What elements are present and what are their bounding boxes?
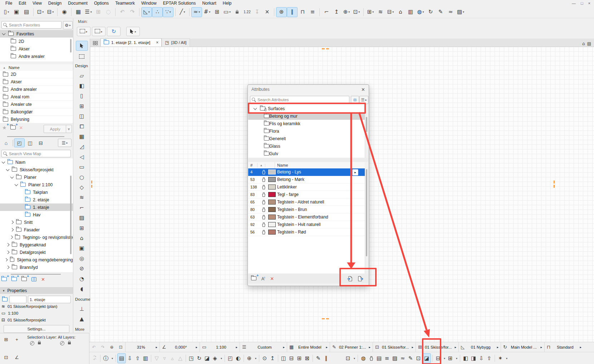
list-item-andre-arealer[interactable]: Andre arealer <box>0 86 73 93</box>
spline-tool-button[interactable]: ≈ <box>446 8 456 17</box>
tab-3d-all[interactable]: ◳[3D / All] <box>162 38 190 46</box>
close-icon[interactable]: × <box>588 1 590 5</box>
wall-tool-button[interactable]: ▱ <box>73 72 90 80</box>
search-view-map-input[interactable] <box>1 150 71 157</box>
line-types-button[interactable]: ≡ <box>383 354 391 363</box>
perspective-button[interactable]: ◐ <box>234 354 242 363</box>
chevron-down-icon[interactable]: ▾ <box>253 354 257 363</box>
attribute-row-betong-lys[interactable]: 4Betong - Lys▸ <box>248 168 365 176</box>
attribute-row-teglstein-hvit-naturell[interactable]: 92Teglstein - Hvit naturell <box>248 221 365 228</box>
dimension-units-button[interactable]: 1.22 <box>242 8 252 17</box>
chevron-right-icon[interactable] <box>6 266 10 269</box>
chevron-down-icon[interactable]: ▾ <box>352 354 356 363</box>
attribute-row-teglstein-brun[interactable]: 80Teglstein - Brun <box>248 206 365 213</box>
grid-element-tool-button[interactable]: ⊞ <box>73 224 90 232</box>
toolbox-section-more[interactable]: More <box>75 327 84 331</box>
view-map-scrollbar[interactable] <box>70 176 72 254</box>
render-settings-button[interactable]: ▨▾ <box>456 8 466 17</box>
grid-settings-icon[interactable]: ⊞ <box>2 335 10 343</box>
story-down-button[interactable]: ⇩ <box>126 354 134 363</box>
favorites-scrollbar[interactable] <box>70 39 72 53</box>
list-item-akser[interactable]: Akser <box>0 78 73 86</box>
attribute-row-lettklinker[interactable]: 138Lettklinker <box>248 183 365 191</box>
tree-item-planer-1-100[interactable]: Planer 1:100 <box>0 181 73 188</box>
tree-scrollbar[interactable] <box>365 105 368 158</box>
show-on-story-button[interactable]: ▤ <box>117 353 126 363</box>
explore-button[interactable]: ↥ <box>269 354 276 363</box>
tree-item-tegnings-og-revisjonsliste[interactable]: Tegnings- og revisjonsliste <box>0 233 73 241</box>
undo-button[interactable]: ↶ <box>117 8 127 17</box>
align-view-button[interactable]: ≡ <box>308 8 318 17</box>
redo-button[interactable]: ↷ <box>127 8 137 17</box>
zone-tool-button[interactable]: ⌂ <box>73 234 90 242</box>
corner-guide-button[interactable]: ⌐ <box>321 8 332 17</box>
table-scrollbar[interactable] <box>365 168 368 274</box>
menu-file[interactable]: File <box>2 0 15 6</box>
arrow-tool-button[interactable] <box>76 41 88 51</box>
delete-view-button[interactable]: ✕ <box>41 277 45 282</box>
copy-picture-button[interactable]: ⊞ <box>93 8 103 17</box>
layout-grid-button[interactable]: ⊞▾ <box>365 8 375 17</box>
layout-book-toggle[interactable]: ◫ <box>25 138 35 147</box>
grid-highlight-button[interactable]: ⊞ <box>446 354 454 363</box>
save-button[interactable]: ▣ <box>11 8 21 17</box>
composite-fill-button[interactable]: ▤ <box>375 354 383 363</box>
tree-item-fasader[interactable]: Fasader <box>0 226 73 233</box>
info-tag-button[interactable]: ⓘ <box>102 354 110 363</box>
menu-options[interactable]: Options <box>91 0 112 6</box>
chevron-down-icon[interactable]: ▾ <box>110 354 114 363</box>
group-elements-button[interactable]: ⊓ <box>298 8 308 17</box>
brush-surface-button[interactable] <box>367 354 375 363</box>
view-frame-button[interactable]: ⊡▾ <box>352 8 362 17</box>
marker-bottom-button[interactable]: ▽ <box>153 354 161 363</box>
attribute-folder-gulv[interactable]: Gulv <box>248 150 365 157</box>
minimize-icon[interactable]: — <box>572 1 576 5</box>
marquee-tool-button[interactable] <box>76 52 87 62</box>
list-item-2d[interactable]: 2D <box>0 71 73 78</box>
stair-tool-button[interactable]: ≋ <box>73 193 90 202</box>
chevron-right-icon[interactable] <box>5 258 8 261</box>
save-view-button[interactable]: ↧ <box>252 8 262 17</box>
curtain-wall-tool-button[interactable]: ⊞ <box>73 102 90 110</box>
story-up-button[interactable]: ⇧ <box>134 354 142 363</box>
marker-up-button[interactable]: ▵ <box>168 354 176 363</box>
favorites-item-andre-arealer[interactable]: Andre arealer <box>0 53 73 60</box>
trace-switch-button[interactable]: ⊟ <box>288 354 295 363</box>
menu-eptar-solutions[interactable]: EPTAR Solutions <box>160 0 199 6</box>
menu-document[interactable]: Document <box>65 0 91 6</box>
favorites-list-header[interactable]: ▲ Name <box>0 64 73 71</box>
magic-lasso-button[interactable]: ◌ <box>103 8 113 17</box>
pillar-tool-button[interactable]: ○ <box>73 173 90 182</box>
tree-item-detaljprosjekt[interactable]: Detaljprosjekt <box>0 249 73 256</box>
favorites-doc-button[interactable]: ⊡ <box>414 354 422 363</box>
axonometry-button[interactable]: ◰ <box>226 354 234 363</box>
new-viewmap-folder-button[interactable]: + <box>21 276 27 282</box>
lamp-tool-button[interactable]: ◎ <box>73 254 90 263</box>
apply-button[interactable]: Apply <box>44 125 67 133</box>
menu-edit[interactable]: Edit <box>15 0 29 6</box>
drawing-tool-button[interactable]: ◖ <box>73 285 90 293</box>
morph-tool-button[interactable]: ◇ <box>73 183 90 192</box>
view-map-toggle[interactable]: ◰ <box>14 138 25 147</box>
elevation-dimension-tool-button[interactable]: ▲ <box>73 315 90 324</box>
tree-item-snitt[interactable]: Snitt <box>0 218 73 226</box>
quick-layers-button[interactable]: ☰▾ <box>83 8 93 17</box>
layer-hide-icon[interactable] <box>30 341 34 345</box>
history-arrows-button[interactable]: ↷↶ <box>91 354 99 363</box>
chevron-down-icon[interactable] <box>15 182 18 186</box>
snap-grid-icon[interactable]: ⊡ <box>2 353 10 361</box>
status-01-skisse-for-segment[interactable]: ⊡01 Skisse/for...▸ <box>373 342 416 352</box>
layer-lock-icon[interactable] <box>38 342 41 344</box>
3d-cutaway-button[interactable]: ◳ <box>187 354 195 363</box>
pen-colors-button[interactable]: ∥ <box>322 354 330 363</box>
line-tool-button[interactable]: ╱▾ <box>177 8 187 17</box>
chevron-down-icon[interactable]: ▾ <box>442 354 446 363</box>
view-id-field[interactable] <box>9 296 26 303</box>
railing-tool-button[interactable]: ⌐ <box>73 203 90 212</box>
quad-view-button[interactable] <box>93 41 98 45</box>
home-story-button[interactable]: ⌂ <box>396 8 406 17</box>
door-tool-button[interactable]: ◧ <box>73 82 90 90</box>
look-to-button[interactable]: ◈ <box>211 354 219 363</box>
surface-paint-button[interactable]: ◍ <box>359 354 367 363</box>
project-map-toggle[interactable]: ⌂ <box>1 138 11 147</box>
